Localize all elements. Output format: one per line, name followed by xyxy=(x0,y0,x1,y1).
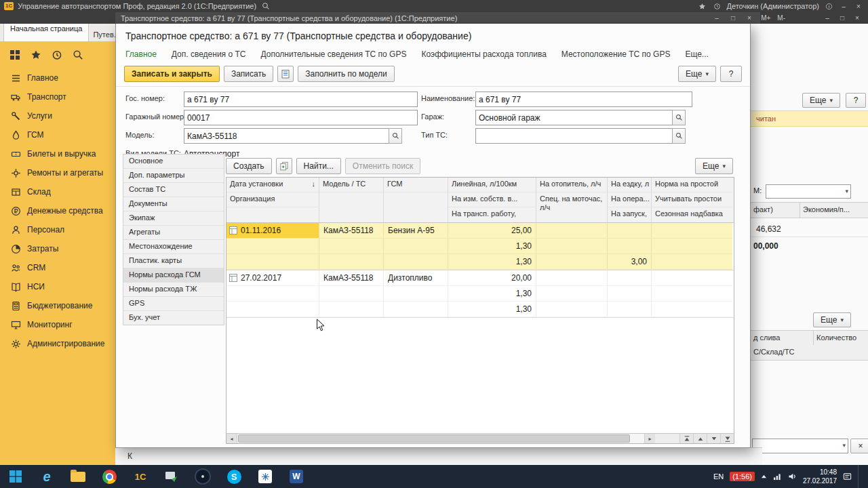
word-taskbar-icon[interactable]: W xyxy=(281,465,312,488)
col-header-transport-work[interactable]: На трансп. работу, xyxy=(448,207,536,222)
bg-help-button[interactable]: ? xyxy=(846,93,866,108)
col-header-install-date[interactable]: Дата установки↓ xyxy=(226,178,319,192)
nav-gps-location[interactable]: Местоположение ТС по GPS xyxy=(561,49,671,59)
minimize-icon[interactable]: – xyxy=(838,1,849,11)
info-icon[interactable] xyxy=(823,1,834,11)
memory-m-minus-button[interactable]: М- xyxy=(776,14,787,22)
sidebar-item-services[interactable]: Услуги xyxy=(0,106,115,125)
section-main[interactable]: Основное xyxy=(123,155,224,169)
dialog-titlebar[interactable]: Транспортное средство: а 671 ву 77 (Тран… xyxy=(115,12,760,24)
section-location[interactable]: Местонахождение xyxy=(123,240,224,254)
dialog-close-icon[interactable]: × xyxy=(744,14,755,23)
section-accounting[interactable]: Бух. учет xyxy=(123,311,224,325)
list-more-button[interactable]: Еще▾ xyxy=(695,158,733,174)
nav-main[interactable]: Главное xyxy=(125,49,157,59)
sidebar-item-tickets[interactable]: Билеты и выручка xyxy=(0,144,115,163)
col-header-operation[interactable]: На опера... xyxy=(608,192,652,207)
col-header-season[interactable]: Сезонная надбавка xyxy=(652,207,732,222)
type-combo[interactable]: ▾ xyxy=(475,128,686,144)
recording-timer[interactable]: (1:56) xyxy=(730,472,755,481)
language-indicator[interactable]: EN xyxy=(713,472,724,481)
current-user[interactable]: Деточкин (Администратор) xyxy=(726,2,819,10)
col-header-idle-rate[interactable]: Норма на простой xyxy=(652,178,732,192)
find-button[interactable]: Найти... xyxy=(296,158,341,174)
sidebar-item-money[interactable]: Денежные средства xyxy=(0,201,115,220)
sidebar-item-crm[interactable]: CRM xyxy=(0,258,115,277)
titlebar-search-icon[interactable] xyxy=(260,1,271,11)
scroll-left-button[interactable]: ◂ xyxy=(226,434,237,443)
window-minimize-icon[interactable]: – xyxy=(822,14,833,23)
sidebar-item-personnel[interactable]: Персонал xyxy=(0,220,115,239)
history-icon[interactable] xyxy=(52,49,62,60)
journal-button[interactable] xyxy=(277,66,294,82)
bg-clear-button[interactable]: × xyxy=(850,439,868,453)
col-header-idle-flag[interactable]: Учитывать простои xyxy=(652,192,732,207)
bg-m-combo[interactable]: ▾ xyxy=(766,184,851,199)
remote-app-taskbar-icon[interactable] xyxy=(156,465,187,488)
model-combo[interactable]: КамАЗ-55118▾ xyxy=(184,128,402,144)
scroll-right-button[interactable]: ▸ xyxy=(644,434,655,443)
name-input[interactable] xyxy=(475,92,692,107)
window-close-icon[interactable]: × xyxy=(852,14,863,23)
favorites-icon[interactable] xyxy=(31,49,41,60)
sidebar-item-monitoring[interactable]: Мониторинг xyxy=(0,315,115,334)
col-header-linear[interactable]: Линейная, л/100км xyxy=(448,178,536,192)
help-button[interactable]: ? xyxy=(720,66,742,82)
nav-additional-info[interactable]: Доп. сведения о ТС xyxy=(172,49,246,59)
sidebar-item-main[interactable]: Главное xyxy=(0,68,115,87)
col-header-gsm[interactable]: ГСМ xyxy=(384,178,448,192)
section-units[interactable]: Агрегаты xyxy=(123,226,224,240)
1c-taskbar-icon[interactable]: 1С xyxy=(125,465,156,488)
create-button[interactable]: Создать xyxy=(226,158,272,174)
sidebar-item-administration[interactable]: Администрирование xyxy=(0,334,115,353)
sidebar-item-budgeting[interactable]: Бюджетирование xyxy=(0,296,115,315)
memory-m-plus-button[interactable]: М+ xyxy=(760,14,772,22)
sidebar-item-transport[interactable]: Транспорт xyxy=(0,87,115,106)
col-header-heater[interactable]: На отопитель, л/ч xyxy=(536,178,608,192)
scrollbar-track[interactable] xyxy=(237,434,644,443)
network-icon[interactable] xyxy=(773,473,782,481)
sidebar-item-costs[interactable]: Затраты xyxy=(0,239,115,258)
bg-more-button[interactable]: Еще▾ xyxy=(802,93,840,108)
molecule-taskbar-icon[interactable] xyxy=(250,465,281,488)
nav-more[interactable]: Еще... xyxy=(685,49,708,59)
dialog-maximize-icon[interactable]: □ xyxy=(728,14,738,23)
recorder-taskbar-icon[interactable] xyxy=(187,465,218,488)
garage-number-input[interactable] xyxy=(184,110,418,125)
cancel-search-button[interactable]: Отменить поиск xyxy=(345,158,420,174)
sidebar-item-gsm[interactable]: ГСМ xyxy=(0,125,115,144)
start-button[interactable] xyxy=(0,465,31,488)
go-down-button[interactable] xyxy=(707,434,720,443)
col-header-model[interactable]: Модель / ТС xyxy=(319,178,384,192)
nav-fuel-coefficients[interactable]: Коэффициенты расхода топлива xyxy=(421,49,546,59)
ie-taskbar-icon[interactable]: e xyxy=(31,465,62,488)
copy-button[interactable] xyxy=(276,158,292,174)
bg-more2-button[interactable]: Еще▾ xyxy=(813,312,851,327)
col-header-organization[interactable]: Организация xyxy=(226,192,319,207)
favorites-star-icon[interactable] xyxy=(696,1,707,11)
history-clock-icon[interactable] xyxy=(711,1,722,11)
sidebar-item-nsi[interactable]: НСИ xyxy=(0,277,115,296)
window-maximize-icon[interactable]: □ xyxy=(837,14,848,23)
skype-taskbar-icon[interactable]: S xyxy=(218,465,250,488)
go-first-button[interactable] xyxy=(679,434,693,443)
more-button[interactable]: Еще▾ xyxy=(678,66,716,82)
taskbar-clock[interactable]: 10:4827.02.2017 xyxy=(803,468,837,485)
fill-by-model-button[interactable]: Заполнить по модели xyxy=(298,66,394,82)
save-and-close-button[interactable]: Записать и закрыть xyxy=(124,66,220,82)
explorer-taskbar-icon[interactable] xyxy=(62,465,94,488)
garage-combo[interactable]: Основной гараж▾ xyxy=(475,110,686,125)
section-crew[interactable]: Экипаж xyxy=(123,211,224,226)
show-desktop-button[interactable] xyxy=(858,465,863,488)
type-open-button[interactable] xyxy=(672,128,686,144)
scrollbar-thumb[interactable] xyxy=(238,434,630,443)
sidebar-item-repairs[interactable]: Ремонты и агрегаты xyxy=(0,163,115,182)
section-gps[interactable]: GPS xyxy=(123,297,224,311)
dialog-minimize-icon[interactable]: – xyxy=(711,14,722,23)
col-header-launch[interactable]: На запуск, xyxy=(608,207,652,222)
section-plastic-cards[interactable]: Пластик. карты xyxy=(123,254,224,268)
tray-expand-icon[interactable] xyxy=(761,474,767,479)
close-icon[interactable]: × xyxy=(853,1,864,11)
section-composition[interactable]: Состав ТС xyxy=(123,183,224,197)
go-up-button[interactable] xyxy=(693,434,707,443)
